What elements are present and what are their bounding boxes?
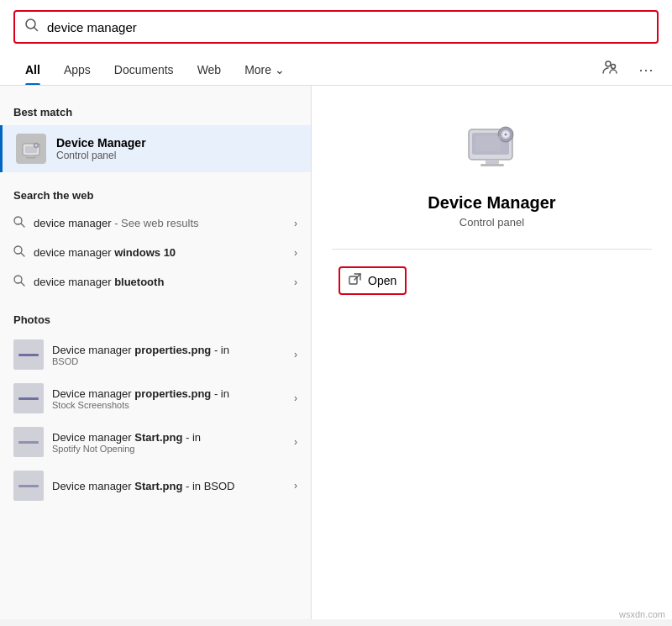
tabs-bar: All Apps Documents Web More ⌄ ⋯	[0, 54, 672, 86]
search-bar-container: device manager	[0, 0, 672, 54]
tabs-left: All Apps Documents Web More ⌄	[13, 55, 297, 85]
best-match-label: Best match	[0, 103, 311, 125]
web-search-item-0[interactable]: device manager - See web results ›	[0, 208, 311, 238]
tab-apps[interactable]: Apps	[52, 55, 102, 85]
chevron-right-icon-photo-1: ›	[294, 392, 297, 404]
web-search-text-0: device manager - See web results	[34, 217, 286, 229]
right-panel-app-type: Control panel	[459, 216, 524, 229]
right-panel: Device Manager Control panel Open	[311, 86, 672, 619]
chevron-right-icon-photo-3: ›	[294, 480, 297, 492]
web-search-item-1[interactable]: device manager windows 10 ›	[0, 238, 311, 267]
photo-item-0[interactable]: Device manager properties.png - in BSOD …	[0, 333, 311, 376]
web-search-label: Search the web	[0, 186, 311, 208]
svg-rect-18	[486, 160, 499, 164]
svg-line-13	[21, 253, 24, 256]
photo-text-3: Device manager Start.png - in BSOD	[52, 480, 286, 492]
search-web-icon-2	[13, 275, 25, 289]
photo-text-0: Device manager properties.png - in BSOD	[52, 344, 286, 366]
best-match-subtitle: Control panel	[56, 150, 146, 161]
photo-subtitle-2: Spotify Not Opening	[52, 444, 286, 454]
photo-item-3[interactable]: Device manager Start.png - in BSOD ›	[0, 464, 311, 508]
svg-line-15	[21, 282, 24, 286]
svg-rect-7	[26, 157, 36, 159]
photo-thumb-1	[13, 383, 44, 413]
web-search-text-1: device manager windows 10	[34, 246, 286, 259]
photo-thumb-0	[13, 339, 44, 370]
tab-all[interactable]: All	[13, 55, 52, 85]
open-external-icon	[349, 273, 361, 288]
chevron-down-icon: ⌄	[275, 63, 285, 76]
left-panel: Best match Device Manager Control panel …	[0, 86, 311, 619]
svg-line-11	[21, 224, 24, 227]
chevron-right-icon-photo-2: ›	[294, 436, 297, 448]
device-manager-icon-small	[16, 134, 46, 164]
right-panel-app-name: Device Manager	[428, 193, 555, 213]
more-options-icon[interactable]: ⋯	[633, 55, 659, 84]
tabs-right: ⋯	[596, 54, 659, 85]
svg-rect-19	[480, 164, 504, 166]
search-bar: device manager	[13, 10, 659, 44]
photo-thumb-3	[13, 471, 44, 501]
search-web-icon-1	[13, 245, 25, 260]
photo-item-2[interactable]: Device manager Start.png - in Spotify No…	[0, 420, 311, 464]
photo-title-2: Device manager Start.png - in	[52, 431, 286, 444]
chevron-right-icon-2: ›	[294, 276, 297, 288]
photo-text-1: Device manager properties.png - in Stock…	[52, 387, 286, 410]
open-button[interactable]: Open	[339, 266, 407, 295]
right-panel-divider	[332, 249, 652, 250]
photo-subtitle-1: Stock Screenshots	[52, 400, 286, 410]
web-search-text-2: device manager bluetooth	[34, 276, 286, 288]
tab-web[interactable]: Web	[186, 55, 234, 85]
search-input[interactable]: device manager	[47, 20, 647, 34]
svg-point-2	[606, 61, 611, 66]
chevron-right-icon-1: ›	[294, 247, 297, 259]
search-icon	[25, 18, 39, 35]
svg-rect-6	[29, 155, 34, 157]
tab-documents[interactable]: Documents	[102, 55, 186, 85]
svg-rect-25	[349, 276, 357, 284]
svg-point-9	[35, 145, 38, 147]
chevron-right-icon-photo-0: ›	[294, 349, 297, 360]
web-search-item-2[interactable]: device manager bluetooth ›	[0, 267, 311, 297]
svg-point-23	[504, 134, 507, 136]
photo-subtitle-0: BSOD	[52, 356, 286, 366]
open-label: Open	[368, 274, 396, 287]
people-icon[interactable]	[596, 54, 623, 85]
photo-text-2: Device manager Start.png - in Spotify No…	[52, 431, 286, 454]
best-match-text: Device Manager Control panel	[56, 136, 146, 161]
photos-label: Photos	[0, 310, 311, 333]
photo-title-0: Device manager properties.png - in	[52, 344, 286, 356]
search-web-icon-0	[13, 216, 25, 230]
svg-rect-24	[475, 136, 501, 151]
device-manager-icon-large	[459, 113, 526, 180]
svg-line-1	[34, 28, 38, 31]
photo-title-3: Device manager Start.png - in BSOD	[52, 480, 286, 492]
photo-title-1: Device manager properties.png - in	[52, 387, 286, 400]
best-match-title: Device Manager	[56, 136, 146, 150]
watermark: wsxdn.com	[619, 609, 665, 619]
svg-point-3	[612, 65, 616, 69]
tab-more[interactable]: More ⌄	[233, 55, 297, 85]
best-match-item[interactable]: Device Manager Control panel	[0, 125, 311, 172]
photo-item-1[interactable]: Device manager properties.png - in Stock…	[0, 376, 311, 420]
chevron-right-icon-0: ›	[294, 218, 297, 229]
main-content: Best match Device Manager Control panel …	[0, 86, 672, 619]
photo-thumb-2	[13, 427, 44, 457]
